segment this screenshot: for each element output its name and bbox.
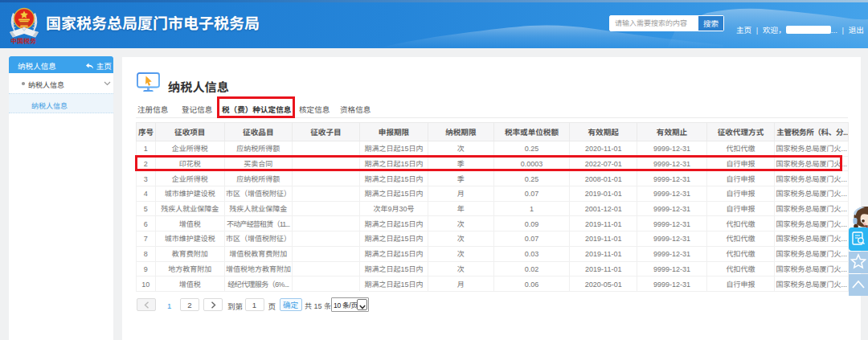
svg-text:中国税务: 中国税务	[10, 36, 36, 45]
